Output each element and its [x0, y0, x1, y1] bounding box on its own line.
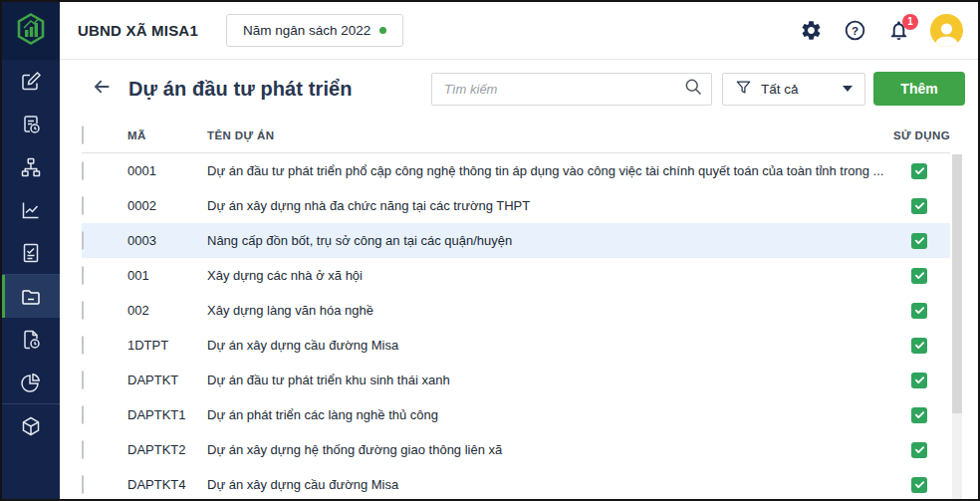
funnel-icon [735, 79, 752, 100]
table-header: MÃ TÊN DỰ ÁN SỬ DỤNG [82, 118, 950, 153]
notification-badge: 1 [902, 14, 918, 30]
usage-checkbox-checked[interactable] [911, 442, 927, 458]
sidebar-item-report-history[interactable] [2, 103, 60, 145]
sidebar-item-pie-chart[interactable] [2, 361, 60, 403]
usage-checkbox-checked[interactable] [911, 268, 927, 284]
table-row[interactable]: DAPTKT Dự án đầu tư phát triển khu sinh … [82, 363, 950, 397]
table-row[interactable]: 0003 Nâng cấp đồn bốt, trụ sở công an tạ… [82, 223, 950, 258]
row-code: 0001 [127, 163, 207, 178]
row-code: 0002 [127, 198, 207, 213]
search-input[interactable] [444, 82, 683, 97]
table-row[interactable]: DAPTKT4 Dự án xây dựng cầu đường Misa [82, 467, 950, 501]
column-header-usage: SỬ DỤNG [888, 129, 950, 141]
table-row[interactable]: 1DTPT Dự án xây dựng cầu đường Misa [82, 328, 950, 363]
avatar[interactable] [930, 14, 963, 47]
row-checkbox[interactable] [82, 371, 84, 389]
row-name: Dự án xây dựng hệ thống đường giao thông… [207, 442, 888, 457]
row-name: Dự án đầu tư phát triển phổ cập công ngh… [207, 163, 888, 178]
column-header-name: TÊN DỰ ÁN [207, 129, 888, 141]
report-history-icon [20, 114, 42, 135]
row-checkbox[interactable] [82, 475, 84, 494]
sidebar-item-projects-folder[interactable] [2, 275, 60, 318]
sidebar [2, 60, 60, 499]
row-name: Dự án xây dựng nhà đa chức năng tại các … [207, 198, 888, 213]
filter-dropdown[interactable]: Tất cả [722, 73, 865, 106]
table-row[interactable]: 002 Xây dựng làng văn hóa nghề [82, 293, 950, 328]
table-row[interactable]: 001 Xây dựng các nhà ở xã hội [82, 258, 950, 293]
line-chart-icon [20, 199, 42, 221]
usage-checkbox-checked[interactable] [911, 163, 927, 179]
column-header-code: MÃ [127, 129, 207, 141]
usage-checkbox-checked[interactable] [911, 373, 927, 388]
pie-chart-icon [20, 372, 42, 393]
main-content: Dự án đầu tư phát triển Tất cả [60, 60, 978, 499]
document-clock-icon [20, 329, 42, 351]
folder-icon [20, 286, 42, 308]
app-window: UBND XÃ MISA1 Năm ngân sách 2022 ? [0, 0, 980, 501]
usage-checkbox-checked[interactable] [911, 198, 927, 214]
sidebar-item-document-clock[interactable] [2, 318, 60, 361]
sidebar-item-document-check[interactable] [2, 231, 60, 274]
row-code: 0003 [127, 233, 207, 248]
settings-button[interactable] [799, 19, 823, 43]
compose-icon [20, 71, 42, 93]
page-title: Dự án đầu tư phát triển [128, 78, 353, 101]
row-code: DAPTKT1 [127, 407, 207, 422]
row-checkbox[interactable] [82, 440, 84, 459]
sidebar-item-line-chart[interactable] [2, 188, 60, 231]
vertical-scrollbar[interactable] [952, 154, 962, 499]
table-row[interactable]: DAPTKT2 Dự án xây dựng hệ thống đường gi… [82, 432, 950, 467]
table-row[interactable]: DAPTKT1 Dự án phát triển các làng nghề t… [82, 397, 950, 432]
row-name: Dự án xây dựng cầu đường Misa [207, 338, 888, 353]
back-button[interactable] [90, 77, 114, 101]
page-toolbar: Dự án đầu tư phát triển Tất cả [60, 60, 978, 118]
budget-year-selector[interactable]: Năm ngân sách 2022 [226, 14, 403, 47]
scrollbar-thumb[interactable] [952, 154, 962, 413]
app-logo[interactable] [2, 2, 60, 60]
row-checkbox[interactable] [82, 231, 84, 250]
row-name: Xây dựng làng văn hóa nghề [207, 303, 888, 318]
table-row[interactable]: 0001 Dự án đầu tư phát triển phổ cập côn… [82, 153, 950, 188]
row-name: Xây dựng các nhà ở xã hội [207, 268, 888, 283]
document-check-icon [20, 242, 42, 264]
notifications-button[interactable]: 1 [886, 19, 910, 43]
usage-checkbox-checked[interactable] [911, 303, 927, 319]
status-dot-icon [379, 27, 386, 34]
search-icon[interactable] [683, 77, 703, 101]
search-box [431, 73, 712, 106]
svg-text:?: ? [851, 25, 858, 37]
sidebar-item-compose[interactable] [2, 60, 60, 103]
misa-logo-icon [13, 11, 49, 51]
topbar-actions: ? 1 [799, 14, 963, 47]
select-all-checkbox[interactable] [82, 125, 84, 144]
chevron-down-icon [843, 86, 853, 92]
row-code: DAPTKT4 [127, 477, 207, 492]
table-body: 0001 Dự án đầu tư phát triển phổ cập côn… [82, 153, 950, 501]
row-checkbox[interactable] [82, 336, 84, 355]
row-code: DAPTKT2 [127, 442, 207, 457]
sidebar-item-cube[interactable] [2, 404, 60, 447]
add-button[interactable]: Thêm [873, 72, 965, 106]
row-code: DAPTKT [127, 373, 207, 387]
org-chart-icon [20, 156, 42, 178]
usage-checkbox-checked[interactable] [911, 407, 927, 423]
row-code: 1DTPT [127, 338, 207, 353]
help-icon: ? [844, 19, 866, 42]
usage-checkbox-checked[interactable] [911, 338, 927, 354]
row-code: 001 [127, 268, 207, 283]
filter-value: Tất cả [761, 82, 834, 97]
arrow-left-icon [91, 76, 113, 102]
row-checkbox[interactable] [82, 196, 84, 215]
usage-checkbox-checked[interactable] [911, 477, 927, 493]
row-checkbox[interactable] [82, 161, 84, 180]
usage-checkbox-checked[interactable] [911, 233, 927, 249]
row-name: Nâng cấp đồn bốt, trụ sở công an tại các… [207, 233, 888, 248]
row-name: Dự án phát triển các làng nghề thủ công [207, 407, 888, 422]
row-checkbox[interactable] [82, 266, 84, 285]
help-button[interactable]: ? [843, 19, 866, 43]
row-checkbox[interactable] [82, 405, 84, 424]
table-row[interactable]: 0002 Dự án xây dựng nhà đa chức năng tại… [82, 188, 950, 223]
row-name: Dự án xây dựng cầu đường Misa [207, 477, 888, 492]
sidebar-item-org-chart[interactable] [2, 145, 60, 188]
row-checkbox[interactable] [82, 301, 84, 320]
